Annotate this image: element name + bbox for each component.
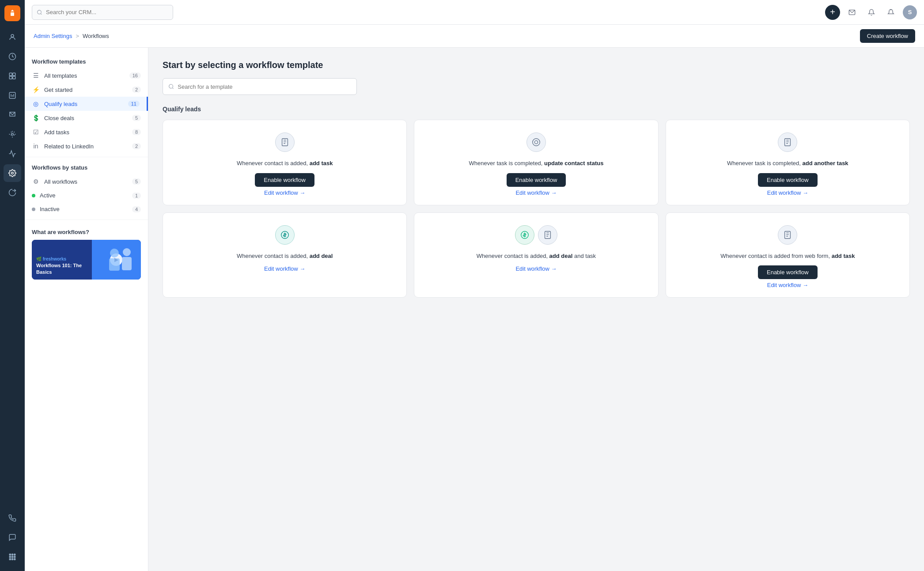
card-icons-card4 (275, 225, 295, 245)
sidebar-item-status-1[interactable]: Active 1 (25, 189, 148, 202)
template-count-5: 2 (132, 143, 141, 149)
edit-workflow-link-card2[interactable]: Edit workflow → (515, 189, 557, 196)
status-label-2: Inactive (40, 206, 128, 212)
nav-accounts-icon[interactable] (4, 67, 21, 85)
breadcrumb-parent[interactable]: Admin Settings (34, 33, 72, 39)
svg-rect-5 (9, 76, 12, 79)
template-icon-4: ☑ (32, 129, 40, 136)
card-icon2-card5 (538, 225, 557, 245)
sidebar-item-template-0[interactable]: ☰ All templates 16 (25, 68, 148, 83)
app-logo[interactable] (4, 5, 20, 21)
svg-rect-3 (9, 73, 12, 76)
enable-workflow-button-card3[interactable]: Enable workflow (758, 173, 818, 187)
what-are-workflows-section: What are workflows? 🌿 freshworks Workflo… (25, 223, 148, 285)
top-header: + S (25, 0, 924, 25)
svg-rect-30 (785, 139, 791, 146)
bell-icon-btn[interactable] (864, 5, 879, 20)
workflow-card-card3: Whenever task is completed, add another … (666, 120, 910, 205)
template-label-4: Add tasks (44, 129, 128, 136)
template-label-3: Close deals (44, 115, 128, 121)
edit-workflow-link-card3[interactable]: Edit workflow → (767, 189, 808, 196)
sub-header: Admin Settings > Workflows Create workfl… (25, 25, 924, 48)
template-count-2: 11 (128, 101, 140, 107)
sidebar-divider-2 (25, 219, 148, 220)
nav-contacts-icon[interactable] (4, 28, 21, 46)
template-label-0: All templates (44, 72, 125, 79)
workflow-cards-grid: Whenever contact is added, add task Enab… (163, 120, 910, 298)
template-count-1: 2 (132, 87, 141, 93)
nav-launch-icon[interactable] (4, 184, 21, 201)
card-text-card6: Whenever contact is added from web form,… (720, 252, 855, 261)
svg-rect-16 (9, 559, 11, 560)
edit-workflow-link-card4[interactable]: Edit workflow → (264, 265, 305, 272)
card-actions-card5: Edit workflow → (423, 265, 649, 272)
create-workflow-button[interactable]: Create workflow (860, 29, 915, 43)
sidebar-item-status-0[interactable]: ⚙ All workflows 5 (25, 174, 148, 189)
status-dot-1 (32, 194, 35, 197)
edit-workflow-link-card6[interactable]: Edit workflow → (767, 282, 808, 288)
nav-inbox-icon[interactable] (4, 106, 21, 124)
svg-rect-27 (282, 139, 288, 146)
nav-phone-icon[interactable] (4, 509, 21, 527)
nav-deals-icon[interactable] (4, 48, 21, 65)
section-label: Qualify leads (163, 106, 910, 113)
add-button[interactable]: + (825, 5, 840, 20)
svg-rect-14 (12, 556, 13, 558)
card-icon1-card4 (275, 225, 295, 245)
enable-workflow-button-card6[interactable]: Enable workflow (758, 265, 818, 279)
notification-icon-btn[interactable] (883, 5, 898, 20)
enable-workflow-button-card1[interactable]: Enable workflow (255, 173, 314, 187)
svg-rect-23 (109, 258, 120, 271)
search-input[interactable] (46, 9, 168, 15)
card-icon1-card3 (778, 132, 797, 152)
workflow-card-card1: Whenever contact is added, add task Enab… (163, 120, 407, 205)
sidebar-item-template-2[interactable]: ◎ Qualify leads 11 (25, 97, 148, 111)
sidebar-item-template-1[interactable]: ⚡ Get started 2 (25, 83, 148, 97)
sidebar-item-template-4[interactable]: ☑ Add tasks 8 (25, 125, 148, 139)
sidebar-item-status-2[interactable]: Inactive 4 (25, 202, 148, 216)
svg-rect-0 (11, 12, 14, 16)
sidebar: Workflow templates ☰ All templates 16 ⚡ … (25, 48, 148, 571)
nav-reports-icon[interactable] (4, 87, 21, 104)
edit-workflow-link-card5[interactable]: Edit workflow → (515, 265, 557, 272)
status-icon-0: ⚙ (32, 178, 40, 185)
templates-section-title: Workflow templates (25, 55, 148, 68)
template-icon-0: ☰ (32, 72, 40, 79)
svg-point-9 (11, 172, 14, 174)
card-icon1-card2 (526, 132, 546, 152)
template-label-1: Get started (44, 87, 128, 93)
svg-point-19 (38, 10, 42, 14)
nav-chat-icon[interactable] (4, 529, 21, 546)
nav-analytics-icon[interactable] (4, 145, 21, 163)
svg-rect-13 (9, 556, 11, 558)
nav-automation-icon[interactable] (4, 125, 21, 143)
video-thumbnail[interactable]: 🌿 freshworks Workflows 101: The Basics ▶ (32, 240, 141, 280)
template-search-icon (168, 83, 174, 90)
card-text-card2: Whenever task is completed, update conta… (469, 159, 604, 168)
card-text-card5: Whenever contact is added, add deal and … (477, 252, 596, 261)
email-icon-btn[interactable] (844, 5, 860, 20)
edit-workflow-link-card1[interactable]: Edit workflow → (264, 189, 305, 196)
template-icon-5: in (32, 143, 40, 150)
enable-workflow-button-card2[interactable]: Enable workflow (507, 173, 566, 187)
card-actions-card2: Enable workflow Edit workflow → (423, 173, 649, 196)
svg-rect-6 (13, 76, 15, 79)
sidebar-item-template-5[interactable]: in Related to LinkedIn 2 (25, 139, 148, 153)
nav-apps-icon[interactable] (4, 548, 21, 566)
svg-point-29 (534, 140, 538, 144)
svg-point-26 (169, 84, 173, 88)
card-icons-card1 (275, 132, 295, 152)
user-avatar[interactable]: S (903, 5, 917, 19)
card-icon1-card1 (275, 132, 295, 152)
what-section-title: What are workflows? (32, 229, 141, 235)
svg-point-22 (110, 249, 119, 257)
nav-settings-icon[interactable] (4, 164, 21, 182)
template-count-4: 8 (132, 129, 141, 135)
template-search-bar[interactable] (163, 78, 357, 95)
video-logo: 🌿 freshworks (36, 257, 87, 261)
sidebar-item-template-3[interactable]: 💲 Close deals 5 (25, 111, 148, 125)
breadcrumb-separator: > (76, 33, 79, 39)
video-preview: ▶ (92, 240, 141, 280)
global-search[interactable] (32, 5, 173, 20)
template-search-input[interactable] (178, 83, 351, 90)
